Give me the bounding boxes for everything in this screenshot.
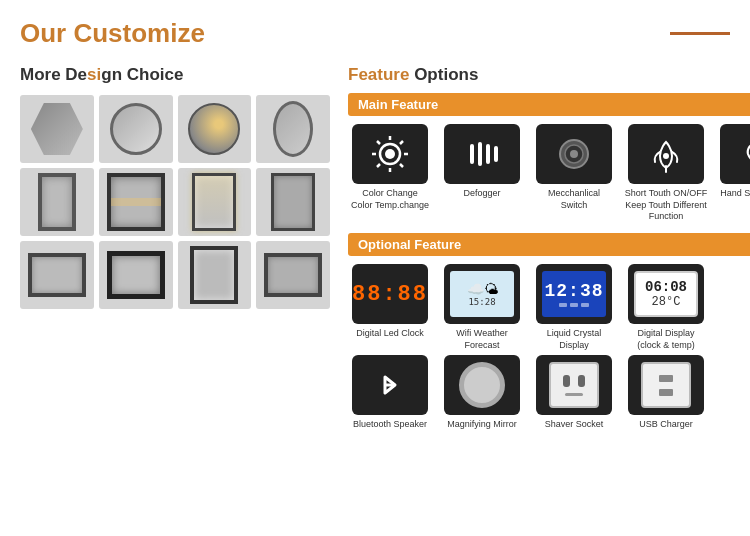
feature-usb: USB Charger xyxy=(624,355,708,431)
feature-digital-display: 06:08 28°C Digital Display(clock & temp) xyxy=(624,264,708,351)
feature-lcd: 12:38 Liquid Crystal Display xyxy=(532,264,616,351)
color-change-label: Color ChangeColor Temp.change xyxy=(351,188,429,211)
mechanical-switch-icon-box xyxy=(536,124,612,184)
design-row-3 xyxy=(20,241,330,309)
design-row-2 xyxy=(20,168,330,236)
design-cell-rect-large xyxy=(99,168,173,236)
bluetooth-icon-box xyxy=(352,355,428,415)
magnifying-icon-box xyxy=(444,355,520,415)
magnifying-label: Magnifying Mirror xyxy=(447,419,517,431)
bluetooth-label: Bluetooth Speaker xyxy=(353,419,427,431)
optional-feature-header: Optional Feature xyxy=(348,233,750,256)
shaver-icon-box xyxy=(536,355,612,415)
main-feature-header: Main Feature xyxy=(348,93,750,116)
defogger-icon-box xyxy=(444,124,520,184)
bluetooth-icon xyxy=(370,365,410,405)
color-change-icon-box xyxy=(352,124,428,184)
weather-display: ☁️🌤 15:28 xyxy=(450,271,514,317)
led-clock-display: 88:88 xyxy=(352,282,428,307)
digital-display-icon-box: 06:08 28°C xyxy=(628,264,704,324)
usb-icon-box xyxy=(628,355,704,415)
hand-scan-icon xyxy=(738,134,750,174)
main-layout: More Design Choice xyxy=(20,65,730,441)
main-feature-icons: Color ChangeColor Temp.change Defogger xyxy=(348,124,750,223)
page-header: Our Customize xyxy=(20,18,730,49)
feature-defogger: Defogger xyxy=(440,124,524,223)
svg-rect-11 xyxy=(478,142,482,166)
design-cell-oval xyxy=(256,95,330,163)
svg-point-17 xyxy=(663,153,669,159)
shaver-label: Shaver Socket xyxy=(545,419,604,431)
design-row-1 xyxy=(20,95,330,163)
lcd-display: 12:38 xyxy=(542,271,606,317)
feature-shaver: Shaver Socket xyxy=(532,355,616,431)
feature-wifi-weather: ☁️🌤 15:28 Wifi Weather Forecast xyxy=(440,264,524,351)
digital-display: 06:08 28°C xyxy=(634,271,698,317)
svg-rect-10 xyxy=(470,144,474,164)
feature-hand-scan: Hand Scan Sensor xyxy=(716,124,750,223)
short-touch-label: Short Touth ON/OFFKeep Touth DifferentFu… xyxy=(625,188,707,223)
page-title: Our Customize xyxy=(20,18,205,49)
color-change-icon xyxy=(370,134,410,174)
mechanical-switch-label: MecchanlicalSwitch xyxy=(548,188,600,211)
feature-magnifying: Magnifying Mirror xyxy=(440,355,524,431)
left-panel: More Design Choice xyxy=(20,65,330,441)
feature-color-change: Color ChangeColor Temp.change xyxy=(348,124,432,223)
design-cell-shower-mirror xyxy=(256,168,330,236)
feature-bluetooth: Bluetooth Speaker xyxy=(348,355,432,431)
feature-title-accent: Feature xyxy=(348,65,409,84)
defogger-label: Defogger xyxy=(463,188,500,200)
usb-display xyxy=(641,362,691,408)
design-cell-round-glow xyxy=(178,95,252,163)
magnifying-display xyxy=(459,362,505,408)
lcd-label: Liquid Crystal Display xyxy=(532,328,616,351)
svg-rect-12 xyxy=(486,144,490,164)
feature-led-clock: 88:88 Digital Led Clock xyxy=(348,264,432,351)
optional-row-2: Bluetooth Speaker Magnifying Mirror xyxy=(348,355,750,431)
svg-point-16 xyxy=(570,150,578,158)
lcd-icon-box: 12:38 xyxy=(536,264,612,324)
main-feature-section: Main Feature xyxy=(348,93,750,223)
svg-point-9 xyxy=(385,149,395,159)
design-cell-rect-v xyxy=(20,168,94,236)
short-touch-icon xyxy=(646,134,686,174)
feature-short-touch: Short Touth ON/OFFKeep Touth DifferentFu… xyxy=(624,124,708,223)
wifi-weather-icon-box: ☁️🌤 15:28 xyxy=(444,264,520,324)
optional-row-1: 88:88 Digital Led Clock ☁️🌤 15:28 Wifi W… xyxy=(348,264,750,351)
right-panel: Feature Options Main Feature xyxy=(348,65,750,441)
svg-line-7 xyxy=(400,141,403,144)
header-decoration xyxy=(670,32,730,35)
svg-rect-13 xyxy=(494,146,498,162)
feature-section-title: Feature Options xyxy=(348,65,750,85)
design-cell-framed-2 xyxy=(99,241,173,309)
design-cell-hexagon xyxy=(20,95,94,163)
led-clock-label: Digital Led Clock xyxy=(356,328,424,340)
design-section-title: More Design Choice xyxy=(20,65,330,85)
svg-line-6 xyxy=(400,164,403,167)
title-plain: Our xyxy=(20,18,73,48)
svg-line-8 xyxy=(377,164,380,167)
design-cell-framed-4 xyxy=(256,241,330,309)
design-cell-framed-1 xyxy=(20,241,94,309)
wifi-weather-label: Wifi Weather Forecast xyxy=(440,328,524,351)
hand-scan-icon-box xyxy=(720,124,750,184)
led-clock-icon-box: 88:88 xyxy=(352,264,428,324)
hand-scan-label: Hand Scan Sensor xyxy=(720,188,750,200)
shaver-display xyxy=(549,362,599,408)
defogger-icon xyxy=(462,134,502,174)
short-touch-icon-box xyxy=(628,124,704,184)
optional-feature-section: Optional Feature 88:88 Digital Led Clock… xyxy=(348,233,750,431)
svg-line-5 xyxy=(377,141,380,144)
title-accent: Customize xyxy=(73,18,204,48)
design-cell-round xyxy=(99,95,173,163)
mechanical-switch-icon xyxy=(554,134,594,174)
feature-mechanical-switch: MecchanlicalSwitch xyxy=(532,124,616,223)
digital-display-label: Digital Display(clock & temp) xyxy=(637,328,695,351)
design-cell-lit-mirror xyxy=(178,168,252,236)
design-cell-framed-3 xyxy=(178,241,252,309)
usb-label: USB Charger xyxy=(639,419,693,431)
